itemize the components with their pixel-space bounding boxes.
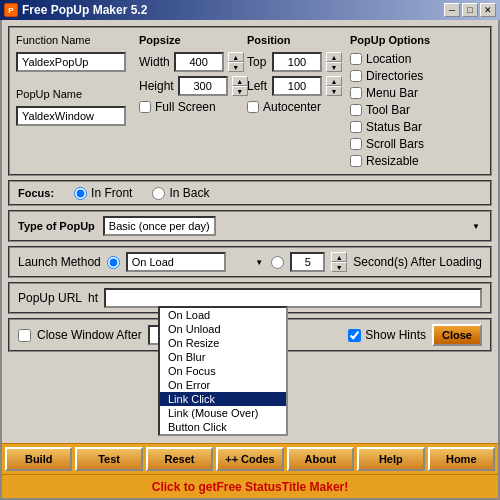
width-spinners[interactable]: ▲ ▼ [228, 52, 244, 72]
popup-name-input[interactable] [16, 106, 126, 126]
left-down[interactable]: ▼ [326, 86, 342, 96]
height-up[interactable]: ▲ [232, 76, 248, 86]
dropdown-button-click[interactable]: Button Click [160, 420, 286, 434]
autocenter-checkbox[interactable] [247, 101, 259, 113]
show-hints-label: Show Hints [365, 328, 426, 342]
type-label: Type of PopUp [18, 220, 95, 232]
app-icon: P [4, 3, 18, 17]
status-bar[interactable]: Click to get Free StatusTitle Maker! [2, 474, 498, 498]
width-group: Width ▲ ▼ [139, 52, 239, 72]
launch-radio[interactable] [107, 256, 120, 269]
in-back-radio[interactable] [152, 187, 165, 200]
type-of-popup-row: Type of PopUp Basic (once per day) Basic… [8, 210, 492, 242]
fullscreen-label: Full Screen [155, 100, 216, 114]
close-window-checkbox[interactable] [18, 329, 31, 342]
dropdown-on-blur[interactable]: On Blur [160, 350, 286, 364]
in-front-item[interactable]: In Front [74, 186, 132, 200]
top-input[interactable] [272, 52, 322, 72]
launch-select-wrapper[interactable]: On Load On Unload On Resize On Blur On F… [126, 252, 266, 272]
height-spinners[interactable]: ▲ ▼ [232, 76, 248, 96]
seconds-down[interactable]: ▼ [331, 262, 347, 272]
in-front-radio[interactable] [74, 187, 87, 200]
popsize-section: Popsize Width ▲ ▼ Height ▲ ▼ [139, 34, 239, 168]
build-button[interactable]: Build [5, 447, 72, 471]
dropdown-on-unload[interactable]: On Unload [160, 322, 286, 336]
location-item[interactable]: Location [350, 52, 484, 66]
codes-button[interactable]: ++ Codes [216, 447, 283, 471]
help-button[interactable]: Help [357, 447, 424, 471]
type-select[interactable]: Basic (once per day) Basic Always Once p… [103, 216, 216, 236]
left-up[interactable]: ▲ [326, 76, 342, 86]
height-label: Height [139, 79, 174, 93]
in-front-label: In Front [91, 186, 132, 200]
launch-radio2[interactable] [271, 256, 284, 269]
toolbar-checkbox[interactable] [350, 104, 362, 116]
dropdown-on-focus[interactable]: On Focus [160, 364, 286, 378]
seconds-up[interactable]: ▲ [331, 252, 347, 262]
position-section: Position Top ▲ ▼ Left ▲ ▼ [247, 34, 342, 168]
autocenter-label: Autocenter [263, 100, 321, 114]
close-btn[interactable]: Close [432, 324, 482, 346]
left-spinners[interactable]: ▲ ▼ [326, 76, 342, 96]
in-back-label: In Back [169, 186, 209, 200]
url-input[interactable] [104, 288, 482, 308]
minimize-button[interactable]: ─ [444, 3, 460, 17]
url-label: PopUp URL [18, 291, 82, 305]
function-name-label: Function Name [16, 34, 131, 46]
test-button[interactable]: Test [75, 447, 142, 471]
main-window: Function Name PopUp Name Popsize Width ▲… [0, 20, 500, 500]
close-button[interactable]: ✕ [480, 3, 496, 17]
dropdown-link-mouseover[interactable]: Link (Mouse Over) [160, 406, 286, 420]
scrollbars-checkbox[interactable] [350, 138, 362, 150]
resizable-item[interactable]: Resizable [350, 154, 484, 168]
show-hints-checkbox[interactable] [348, 329, 361, 342]
resizable-checkbox[interactable] [350, 155, 362, 167]
launch-dropdown-menu[interactable]: On Load On Unload On Resize On Blur On F… [158, 306, 288, 436]
popup-name-label: PopUp Name [16, 88, 131, 100]
left-input[interactable] [272, 76, 322, 96]
seconds-after-label: Second(s) After Loading [353, 255, 482, 269]
in-back-item[interactable]: In Back [152, 186, 209, 200]
focus-row: Focus: In Front In Back [8, 180, 492, 206]
launch-method-label: Launch Method [18, 255, 101, 269]
height-input[interactable] [178, 76, 228, 96]
dropdown-on-error[interactable]: On Error [160, 378, 286, 392]
width-input[interactable] [174, 52, 224, 72]
dropdown-on-resize[interactable]: On Resize [160, 336, 286, 350]
fullscreen-item[interactable]: Full Screen [139, 100, 239, 114]
maximize-button[interactable]: □ [462, 3, 478, 17]
window-controls[interactable]: ─ □ ✕ [444, 3, 496, 17]
height-down[interactable]: ▼ [232, 86, 248, 96]
home-button[interactable]: Home [428, 447, 495, 471]
launch-select[interactable]: On Load On Unload On Resize On Blur On F… [126, 252, 226, 272]
directories-item[interactable]: Directories [350, 69, 484, 83]
dropdown-on-load[interactable]: On Load [160, 308, 286, 322]
menubar-item[interactable]: Menu Bar [350, 86, 484, 100]
seconds-input[interactable] [290, 252, 325, 272]
top-down[interactable]: ▼ [326, 62, 342, 72]
top-spinners[interactable]: ▲ ▼ [326, 52, 342, 72]
statusbar-checkbox[interactable] [350, 121, 362, 133]
statusbar-item[interactable]: Status Bar [350, 120, 484, 134]
top-up[interactable]: ▲ [326, 52, 342, 62]
seconds-spinners[interactable]: ▲ ▼ [331, 252, 347, 272]
menubar-checkbox[interactable] [350, 87, 362, 99]
type-select-wrapper[interactable]: Basic (once per day) Basic Always Once p… [103, 216, 482, 236]
fullscreen-checkbox[interactable] [139, 101, 151, 113]
location-checkbox[interactable] [350, 53, 362, 65]
dropdown-link-click[interactable]: Link Click [160, 392, 286, 406]
width-up[interactable]: ▲ [228, 52, 244, 62]
autocenter-item[interactable]: Autocenter [247, 100, 342, 114]
top-group: Top ▲ ▼ [247, 52, 342, 72]
top-label: Top [247, 55, 268, 69]
title-bar: P Free PopUp Maker 5.2 ─ □ ✕ [0, 0, 500, 20]
show-hints-group: Show Hints [348, 328, 426, 342]
reset-button[interactable]: Reset [146, 447, 213, 471]
about-button[interactable]: About [287, 447, 354, 471]
function-name-input[interactable] [16, 52, 126, 72]
toolbar-item[interactable]: Tool Bar [350, 103, 484, 117]
width-down[interactable]: ▼ [228, 62, 244, 72]
scrollbars-item[interactable]: Scroll Bars [350, 137, 484, 151]
directories-checkbox[interactable] [350, 70, 362, 82]
name-section: Function Name PopUp Name [16, 34, 131, 168]
